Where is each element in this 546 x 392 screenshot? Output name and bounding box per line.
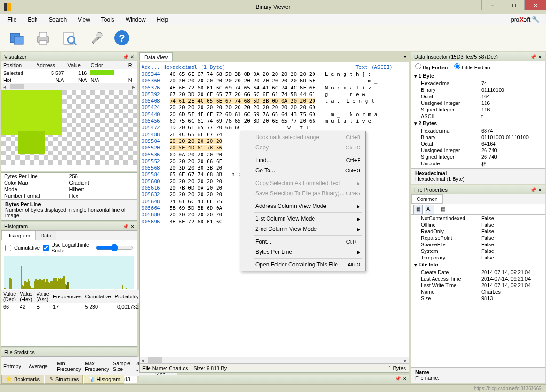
inspector-row[interactable]: ASCIIt (411, 113, 545, 119)
sort-button[interactable]: A↓ (425, 205, 434, 214)
titlebar: Binary Viewer ─ □ ✕ (0, 0, 546, 14)
open-button[interactable] (7, 28, 27, 48)
inspector-row[interactable]: Unicode梓 (411, 160, 545, 168)
property-row[interactable]: Last Access Time2014-07-14, 09:21:04 (411, 275, 545, 282)
svg-rect-1 (14, 36, 23, 44)
menu-item: Save Selection To File (as Binary)...Ctr… (241, 188, 364, 199)
color-swatch (90, 70, 114, 75)
setting-row[interactable]: Color MapGradient (1, 179, 137, 186)
menu-tools[interactable]: Tools (97, 15, 119, 24)
window-title: Binary Viewer (256, 4, 291, 10)
inspector-row[interactable]: Unsigned Integer116 (411, 100, 545, 106)
menubar: File Edit Search View Tools Window Help … (0, 14, 546, 25)
property-row[interactable]: TemporaryFalse (411, 254, 545, 261)
close-icon[interactable]: ✕ (538, 187, 542, 192)
inspector-row[interactable]: Octal64164 (411, 141, 545, 147)
pin-icon[interactable]: 📌 (531, 54, 536, 59)
pin-icon[interactable]: 📌 (123, 54, 128, 59)
visualizer-panel: Visualizer📌✕ PositionAddressValueColorR … (1, 52, 137, 171)
property-row[interactable]: NameChart.cs (411, 288, 545, 295)
log-scale-checkbox[interactable] (43, 245, 49, 251)
context-menu: Bookmark selected rangeCtrl+BCopyCtrl+CF… (240, 131, 366, 271)
print-button[interactable] (33, 28, 53, 48)
tab-data-view[interactable]: Data View (139, 52, 173, 61)
menu-search[interactable]: Search (44, 15, 71, 24)
close-icon[interactable]: ✕ (130, 224, 134, 229)
close-button[interactable]: ✕ (524, 0, 546, 10)
pin-icon[interactable]: 📌 (531, 187, 536, 192)
menu-item: CopyCtrl+C (241, 142, 364, 153)
menu-item: Bookmark selected rangeCtrl+B (241, 132, 364, 142)
menu-file[interactable]: File (3, 15, 21, 24)
menu-item[interactable]: Font...Ctrl+T (241, 237, 364, 247)
help-button[interactable]: ? (112, 28, 132, 48)
table-row: 6642B175 2300,001732 (1, 303, 141, 311)
visualizer-settings-panel: Bytes Per Line256 Color MapGradient Mode… (1, 172, 137, 221)
scrollbar[interactable]: ◄► (140, 357, 409, 363)
menu-item[interactable]: Open Folder Containing This FileAlt+O (241, 259, 364, 270)
search-button[interactable] (59, 28, 80, 48)
close-icon[interactable]: ✕ (403, 376, 406, 381)
setting-row[interactable]: ModeHilbert (1, 186, 137, 192)
desc-body: Number of bytes displayed in single hori… (5, 207, 126, 218)
scrollbar[interactable]: ◄► (1, 83, 137, 90)
menu-item[interactable]: Find...Ctrl+F (241, 155, 364, 165)
settings-button[interactable] (85, 28, 106, 48)
menu-view[interactable]: View (73, 15, 95, 24)
little-endian-radio[interactable]: Little Endian (454, 63, 490, 70)
tab-structures[interactable]: ✎ Structures (45, 375, 83, 384)
close-icon[interactable]: ✕ (538, 54, 542, 59)
menu-item[interactable]: Go To...Ctrl+G (241, 165, 364, 176)
inspector-row[interactable]: Binary01110100 (411, 87, 545, 93)
tab-bookmarks[interactable]: ⭐ Bookmarks (1, 375, 44, 384)
inspector-row[interactable]: Hexadecimal74 (411, 80, 545, 87)
tab-data[interactable]: Data (35, 231, 56, 240)
menu-item[interactable]: 2-nd Column View Mode▶ (241, 224, 364, 234)
minimize-button[interactable]: ─ (481, 0, 503, 10)
categorize-button[interactable]: ▦ (413, 205, 423, 214)
cumulative-checkbox[interactable] (5, 245, 11, 251)
property-row[interactable]: Create Date2014-07-14, 09:21:04 (411, 269, 545, 275)
setting-row[interactable]: Bytes Per Line256 (1, 173, 137, 179)
zoom-slider[interactable] (96, 244, 133, 251)
menu-window[interactable]: Window (121, 15, 150, 24)
property-row[interactable]: Last Write Time2014-07-14, 09:21:04 (411, 282, 545, 288)
pages-icon: ▤ (438, 205, 448, 214)
close-icon[interactable]: ✕ (130, 54, 134, 59)
menu-item[interactable]: Bytes Per Line▶ (241, 247, 364, 257)
brand-logo: proXoft 🔧 (510, 16, 539, 23)
visualizer-table: PositionAddressValueColorR Selected5 587… (1, 61, 137, 83)
property-row[interactable]: ReparsePointFalse (411, 235, 545, 241)
tab-histogram[interactable]: Histogram (1, 231, 35, 240)
property-row[interactable]: SystemFalse (411, 248, 545, 254)
visualizer-image[interactable] (1, 90, 137, 165)
dropdown-icon[interactable]: ▾ (404, 54, 406, 59)
inspector-row[interactable]: Octal164 (411, 93, 545, 100)
maximize-button[interactable]: □ (503, 0, 524, 10)
menu-item[interactable]: Address Column View Mode▶ (241, 201, 364, 211)
menu-edit[interactable]: Edit (23, 15, 42, 24)
menu-item[interactable]: 1-st Column View Mode▶ (241, 214, 364, 224)
inspector-row[interactable]: Signed Integer116 (411, 106, 545, 113)
visualizer-title: Visualizer (4, 54, 27, 59)
property-row[interactable]: NotContentIndexedFalse (411, 215, 545, 222)
inspector-row[interactable]: Signed Integer26 740 (411, 154, 545, 160)
tab-histogram[interactable]: 📊 Histogram (84, 375, 124, 384)
pin-icon[interactable]: 📌 (123, 224, 128, 229)
inspector-row[interactable]: Binary01101000 01110100 (411, 134, 545, 141)
toolbar: ? (0, 25, 546, 51)
inspector-row[interactable]: Unsigned Integer26 740 (411, 147, 545, 154)
property-row[interactable]: ReadOnlyFalse (411, 228, 545, 235)
menu-help[interactable]: Help (152, 15, 173, 24)
tab-common[interactable]: Common (411, 194, 443, 204)
inspector-row[interactable]: Hexadecimal6874 (411, 127, 545, 134)
file-properties-panel: File Properties📌✕ Common ▦ A↓ ▤ NotConte… (411, 185, 545, 383)
histogram-chart[interactable] (4, 256, 134, 289)
table-row: Selected5 587116 (1, 69, 137, 77)
pin-icon[interactable]: 📌 (395, 376, 401, 381)
setting-row[interactable]: Number FormatHex (1, 192, 137, 199)
big-endian-radio[interactable]: Big Endian (415, 63, 448, 70)
property-row[interactable]: Size9813 (411, 295, 545, 302)
property-row[interactable]: OfflineFalse (411, 222, 545, 228)
property-row[interactable]: SparseFileFalse (411, 241, 545, 248)
